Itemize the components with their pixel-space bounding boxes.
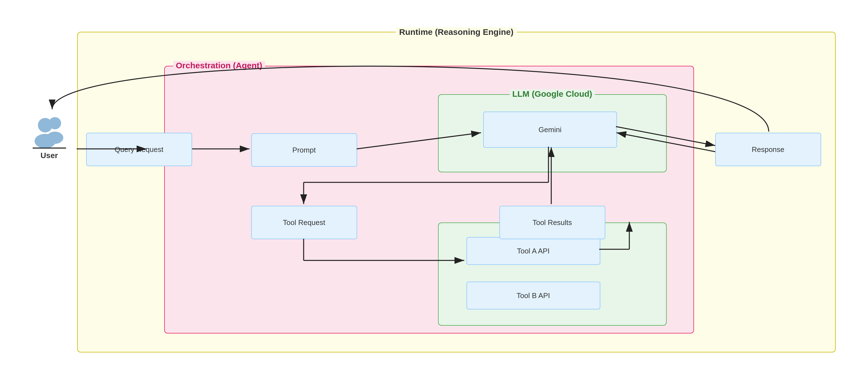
prompt-node: Prompt (251, 133, 357, 167)
llm-box: LLM (Google Cloud) Gemini (438, 94, 667, 172)
tool-request-node: Tool Request (251, 206, 357, 239)
tool-results-node: Tool Results (499, 206, 605, 239)
runtime-label: Runtime (Reasoning Engine) (396, 27, 517, 37)
user-icon (30, 116, 69, 149)
user-container: User (24, 116, 74, 160)
response-node: Response (715, 133, 821, 166)
orchestration-label: Orchestration (Agent) (173, 61, 265, 70)
llm-label: LLM (Google Cloud) (509, 89, 595, 99)
tool-b-node: Tool B API (466, 282, 600, 310)
orchestration-box: Orchestration (Agent) LLM (Google Cloud)… (164, 66, 694, 333)
runtime-box: Runtime (Reasoning Engine) Orchestration… (77, 32, 836, 352)
svg-rect-4 (33, 148, 66, 149)
diagram-wrapper: User Runtime (Reasoning Engine) Orchestr… (16, 15, 852, 372)
svg-point-3 (35, 134, 56, 148)
tool-a-node: Tool A API (466, 237, 600, 265)
svg-point-2 (38, 118, 53, 132)
query-request-node: Query Request (86, 133, 192, 166)
user-label: User (40, 151, 58, 160)
gemini-node: Gemini (483, 111, 617, 148)
